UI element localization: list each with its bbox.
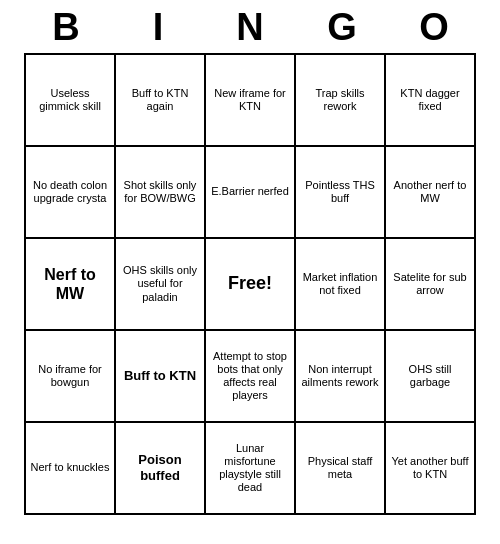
- bingo-grid: Useless gimmick skillBuff to KTN againNe…: [24, 53, 476, 515]
- cell-11: OHS skills only useful for paladin: [116, 239, 206, 331]
- cell-2: New iframe for KTN: [206, 55, 296, 147]
- cell-22: Lunar misfortune playstyle still dead: [206, 423, 296, 515]
- title-letter-o: O: [411, 6, 457, 49]
- cell-6: Shot skills only for BOW/BWG: [116, 147, 206, 239]
- cell-23: Physical staff meta: [296, 423, 386, 515]
- cell-3: Trap skills rework: [296, 55, 386, 147]
- cell-19: OHS still garbage: [386, 331, 476, 423]
- cell-18: Non interrupt ailments rework: [296, 331, 386, 423]
- title-letter-n: N: [227, 6, 273, 49]
- cell-15: No iframe for bowgun: [26, 331, 116, 423]
- cell-7: E.Barrier nerfed: [206, 147, 296, 239]
- cell-24: Yet another buff to KTN: [386, 423, 476, 515]
- cell-12: Free!: [206, 239, 296, 331]
- bingo-title: BINGO: [20, 0, 480, 53]
- title-letter-g: G: [319, 6, 365, 49]
- cell-4: KTN dagger fixed: [386, 55, 476, 147]
- cell-20: Nerf to knuckles: [26, 423, 116, 515]
- cell-13: Market inflation not fixed: [296, 239, 386, 331]
- cell-8: Pointless THS buff: [296, 147, 386, 239]
- cell-0: Useless gimmick skill: [26, 55, 116, 147]
- cell-14: Satelite for sub arrow: [386, 239, 476, 331]
- cell-9: Another nerf to MW: [386, 147, 476, 239]
- cell-17: Attempt to stop bots that only affects r…: [206, 331, 296, 423]
- title-letter-b: B: [43, 6, 89, 49]
- cell-5: No death colon upgrade crysta: [26, 147, 116, 239]
- cell-16: Buff to KTN: [116, 331, 206, 423]
- title-letter-i: I: [135, 6, 181, 49]
- cell-10: Nerf to MW: [26, 239, 116, 331]
- cell-21: Poison buffed: [116, 423, 206, 515]
- cell-1: Buff to KTN again: [116, 55, 206, 147]
